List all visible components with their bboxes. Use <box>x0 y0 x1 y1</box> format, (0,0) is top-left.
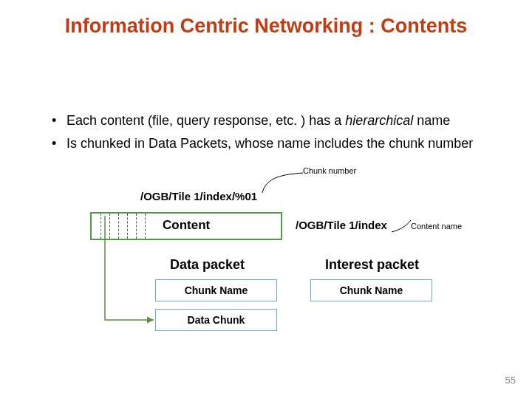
chunk-name-box: Chunk Name <box>155 279 277 301</box>
chunk-divider-icon <box>118 214 119 239</box>
page-title: Information Centric Networking : Content… <box>0 15 532 38</box>
callout-line-icon <box>392 219 410 233</box>
slide: { "title": "Information Centric Networki… <box>0 0 532 399</box>
chunk-divider-icon <box>136 214 137 239</box>
chunk-divider-icon <box>127 214 128 239</box>
content-box-label: Content <box>163 218 210 233</box>
content-name-text: /OGB/Tile 1/index <box>296 219 387 231</box>
chunk-divider-icon <box>145 214 146 239</box>
chunk-name-box-interest: Chunk Name <box>310 279 432 301</box>
bullet-text-emph: hierarchical <box>345 113 417 128</box>
page-number: 55 <box>505 375 516 386</box>
chunk-name-text: /OGB/Tile 1/index/%01 <box>140 190 257 202</box>
bullet-list: Each content (file, query response, etc.… <box>22 111 473 157</box>
chunk-number-label: Chunk number <box>303 166 356 175</box>
chunk-divider-icon <box>109 214 110 239</box>
data-packet-heading: Data packet <box>170 257 245 273</box>
content-name-label: Content name <box>411 222 462 231</box>
data-chunk-box: Data Chunk <box>155 309 277 331</box>
bullet-item: Is chunked in Data Packets, whose name i… <box>52 134 473 154</box>
interest-packet-heading: Interest packet <box>325 257 419 273</box>
bullet-item: Each content (file, query response, etc.… <box>52 111 473 131</box>
bullet-text: Is chunked in Data Packets, whose name i… <box>66 136 473 151</box>
bullet-text: name <box>417 113 450 128</box>
callout-line-icon <box>262 171 303 193</box>
bullet-text: Each content (file, query response, etc.… <box>66 113 345 128</box>
chunk-divider-icon <box>100 214 101 239</box>
